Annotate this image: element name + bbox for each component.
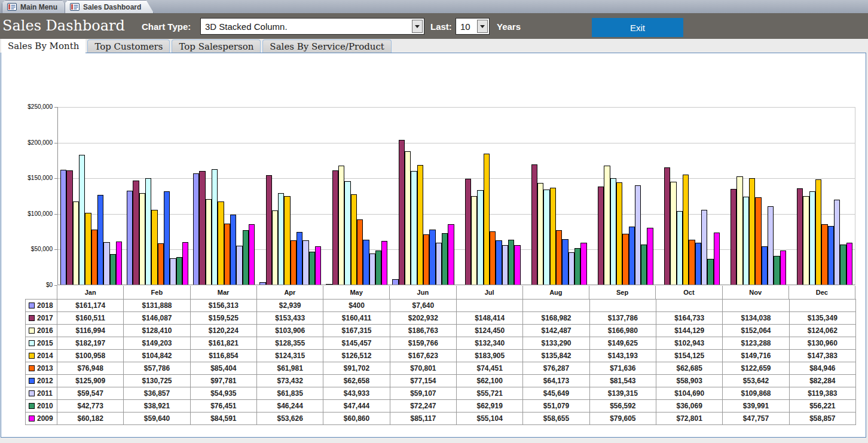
tab-top-customers[interactable]: Top Customers [87, 39, 170, 53]
page-title: Sales Dashboard [2, 17, 125, 34]
exit-button[interactable]: Exit [592, 18, 683, 37]
tab-sales-by-service-product[interactable]: Sales By Service/Product [262, 39, 392, 53]
last-years-dropdown-button[interactable] [477, 20, 488, 33]
window-tab-label: Sales Dashboard [83, 3, 141, 11]
sales-dashboard-app: Main MenuSales Dashboard Sales Dashboard… [0, 0, 868, 443]
chart-type-dropdown-button[interactable] [412, 20, 423, 33]
chart-type-combobox[interactable]: 3D Stacked Column. [200, 18, 424, 35]
chart-type-label: Chart Type: [142, 22, 191, 32]
last-years-combobox[interactable]: 10 [456, 18, 490, 35]
dashboard-header: Sales Dashboard Chart Type: 3D Stacked C… [0, 13, 868, 39]
form-icon [70, 3, 80, 11]
chart-type-value: 3D Stacked Column. [205, 22, 288, 32]
last-label: Last: [430, 22, 452, 32]
bottom-strip [0, 438, 868, 443]
window-tab-sales-dashboard[interactable]: Sales Dashboard [65, 0, 154, 13]
sales-by-month-page [1, 53, 866, 438]
window-tab-main-menu[interactable]: Main Menu [2, 0, 70, 13]
tab-sales-by-month[interactable]: Sales By Month [1, 39, 85, 53]
chevron-down-icon [480, 25, 485, 28]
window-tab-label: Main Menu [20, 3, 57, 11]
years-label: Years [497, 22, 521, 32]
form-icon [7, 3, 17, 11]
subtab-bar: Sales By MonthTop CustomersTop Salespers… [0, 39, 868, 53]
window-tab-bar: Main MenuSales Dashboard [0, 0, 868, 13]
chevron-down-icon [415, 25, 420, 28]
last-years-value: 10 [460, 22, 470, 32]
tab-top-salesperson[interactable]: Top Salesperson [172, 39, 261, 53]
